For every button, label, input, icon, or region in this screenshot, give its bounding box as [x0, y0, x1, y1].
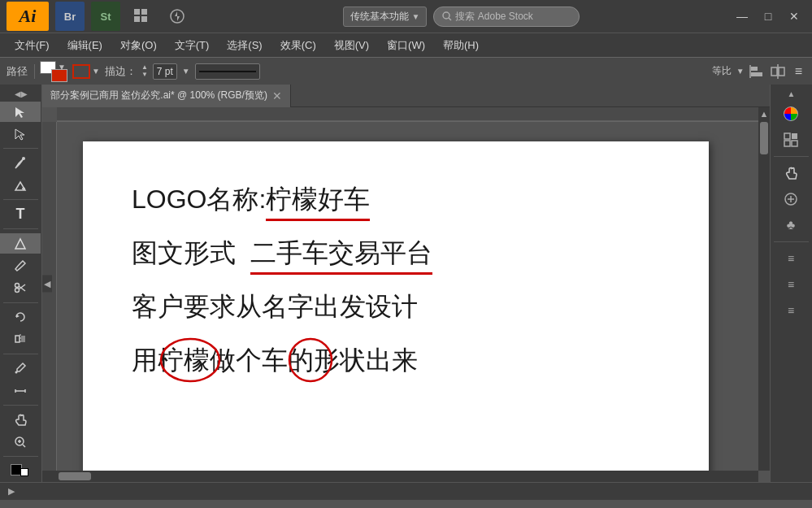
maximize-button[interactable]: □: [757, 7, 779, 25]
tool-measure[interactable]: [0, 380, 41, 401]
tool-right-list2[interactable]: ≡: [771, 272, 811, 297]
tab-label: 部分案例已商用 盗仿必究.ai* @ 100% (RGB/预览): [50, 89, 267, 102]
menu-window[interactable]: 窗口(W): [379, 35, 433, 56]
distribute-icon[interactable]: [769, 63, 787, 80]
tool-separator-3: [3, 228, 38, 229]
scroll-up-arrow[interactable]: ▲: [758, 107, 770, 120]
document-canvas: LOGO名称:柠檬好车 图文形式 二手车交易平台 客户要求从名字出发设计 用柠檬…: [83, 141, 709, 482]
color-fill-stroke[interactable]: [0, 461, 41, 479]
svg-line-30: [23, 445, 25, 447]
tool-separator-4: [3, 302, 38, 303]
tool-right-list3[interactable]: ≡: [771, 298, 811, 323]
tool-pencil[interactable]: [0, 255, 41, 276]
tool-type[interactable]: T: [0, 204, 41, 224]
title-center: 传统基本功能 ▼ 搜索 Adobe Stock: [198, 7, 724, 27]
svg-line-6: [449, 18, 451, 20]
menu-select[interactable]: 选择(S): [219, 35, 270, 56]
sync-icon[interactable]: [163, 2, 192, 31]
svg-marker-16: [15, 239, 25, 249]
svg-rect-40: [792, 141, 797, 146]
stroke-dropdown-arrow[interactable]: ▼: [92, 67, 100, 76]
text-line-2: 图文形式 二手车交易平台: [132, 236, 660, 271]
scrollbar-thumb-horizontal[interactable]: [59, 472, 91, 480]
close-button[interactable]: ✕: [783, 7, 805, 25]
menu-edit[interactable]: 编辑(E): [59, 35, 111, 56]
svg-rect-22: [15, 336, 20, 342]
pt-dropdown-arrow[interactable]: ▼: [182, 67, 190, 76]
stroke-options[interactable]: ▼: [72, 64, 100, 79]
fill-stroke-selector[interactable]: ▼: [40, 61, 67, 82]
tool-rotate[interactable]: [0, 307, 41, 328]
stock-icon[interactable]: St: [91, 2, 120, 31]
text-instruction: 用柠檬做个车的形状出来: [132, 345, 418, 375]
minimize-button[interactable]: —: [731, 7, 753, 25]
tool-eyedropper[interactable]: [0, 358, 41, 379]
stroke-width-input[interactable]: 7 pt: [153, 63, 177, 80]
tool-right-add[interactable]: [771, 187, 811, 211]
text-line-1: LOGO名称:柠檬好车: [132, 182, 660, 218]
tool-scissors[interactable]: [0, 278, 41, 298]
svg-rect-1: [141, 9, 147, 15]
search-icon: [442, 11, 452, 21]
tab-close-button[interactable]: ✕: [272, 89, 282, 102]
scrollbar-vertical[interactable]: ▲: [758, 107, 770, 471]
canvas-content: LOGO名称:柠檬好车 图文形式 二手车交易平台 客户要求从名字出发设计 用柠檬…: [83, 141, 709, 437]
tool-direct-selection[interactable]: [0, 124, 41, 144]
right-panel: ▲: [770, 85, 812, 482]
tool-right-2[interactable]: [771, 128, 811, 152]
menu-type[interactable]: 文字(T): [167, 35, 218, 56]
align-buttons[interactable]: [749, 63, 787, 80]
menu-file[interactable]: 文件(F): [7, 35, 58, 56]
scrollbar-thumb-vertical[interactable]: [760, 122, 768, 154]
svg-marker-21: [16, 315, 20, 318]
text-line-3: 客户要求从名字出发设计: [132, 289, 660, 325]
toolbar-collapse-arrow[interactable]: ◀▶: [0, 88, 41, 100]
tool-add-anchor[interactable]: [0, 175, 41, 195]
workspace-dropdown-arrow: ▼: [412, 12, 420, 21]
tool-pen[interactable]: [0, 153, 41, 173]
ai-logo: Ai: [7, 2, 49, 31]
svg-point-13: [22, 157, 25, 160]
scrollbar-horizontal[interactable]: [42, 471, 758, 482]
tool-separator-2: [3, 199, 38, 200]
svg-rect-38: [792, 133, 797, 139]
right-separator-2: [774, 241, 809, 242]
tool-color-wheel[interactable]: [771, 102, 811, 126]
tool-shape[interactable]: [0, 233, 41, 254]
svg-rect-37: [784, 133, 790, 139]
stroke-icon[interactable]: [72, 64, 90, 79]
stroke-line-preview[interactable]: [195, 63, 260, 80]
menu-object[interactable]: 对象(O): [112, 35, 165, 56]
tool-hand[interactable]: [0, 410, 41, 430]
bridge-icon[interactable]: Br: [55, 2, 85, 31]
align-horizontal-icon[interactable]: [749, 63, 767, 80]
tool-selection[interactable]: [0, 102, 41, 122]
tool-zoom[interactable]: [0, 432, 41, 452]
equal-ratio-dropdown[interactable]: ▼: [736, 67, 745, 76]
more-options-icon[interactable]: ≡: [792, 63, 805, 80]
right-separator-1: [774, 156, 809, 157]
tool-right-hand[interactable]: [771, 161, 811, 185]
svg-point-5: [443, 12, 449, 19]
text-form-prefix: 图文形式: [132, 238, 250, 267]
tool-reflect[interactable]: [0, 329, 41, 350]
svg-point-25: [15, 371, 18, 374]
adobe-stock-search[interactable]: 搜索 Adobe Stock: [433, 7, 580, 27]
tool-separator-1: [3, 148, 38, 149]
tool-right-club[interactable]: ♣: [771, 213, 811, 237]
menu-view[interactable]: 视图(V): [326, 35, 377, 56]
svg-rect-3: [141, 16, 147, 22]
stroke-width-stepper[interactable]: ▲ ▼: [141, 64, 148, 78]
tool-right-list1[interactable]: ≡: [771, 246, 811, 271]
workspace-selector[interactable]: 传统基本功能 ▼: [343, 7, 428, 27]
svg-rect-7: [751, 67, 758, 71]
document-tab[interactable]: 部分案例已商用 盗仿必究.ai* @ 100% (RGB/预览) ✕: [42, 85, 291, 107]
menu-effect[interactable]: 效果(C): [272, 35, 324, 56]
app-switcher-icon[interactable]: [127, 2, 156, 31]
left-panel-toggle[interactable]: ◀: [42, 275, 52, 292]
svg-rect-23: [21, 336, 25, 342]
text-logo-name: 柠檬好车: [266, 182, 370, 218]
status-text: ▶: [8, 486, 15, 497]
menu-help[interactable]: 帮助(H): [435, 35, 487, 56]
tab-bar: 部分案例已商用 盗仿必究.ai* @ 100% (RGB/预览) ✕: [42, 85, 770, 107]
